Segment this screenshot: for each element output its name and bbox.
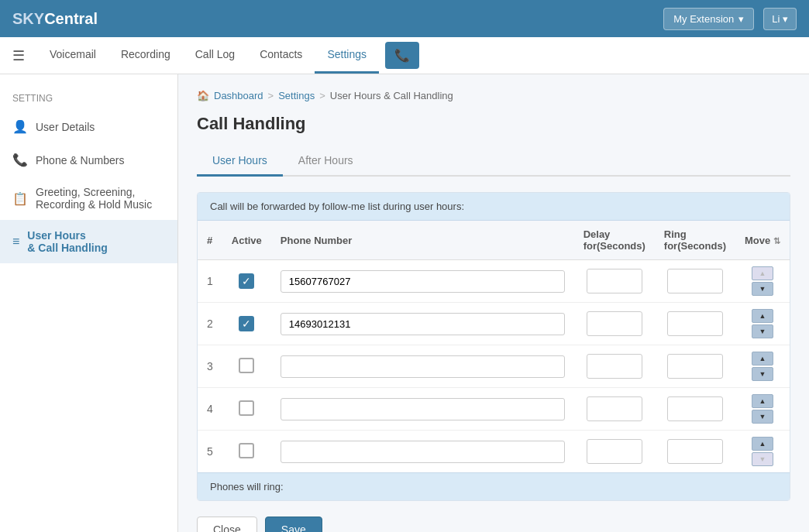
tab-calllog[interactable]: Call Log [183, 37, 247, 74]
table-row: 2✓▲▼▲▼▲▼ [198, 303, 790, 345]
move-up-5[interactable]: ▲ [752, 437, 773, 451]
row-active-2[interactable]: ✓ [222, 303, 271, 345]
user-hours-icon: ≡ [12, 235, 19, 249]
breadcrumb-sep2: > [319, 90, 325, 101]
table-row: 1✓▲▼▲▼▲▼ [198, 260, 790, 303]
row-active-5[interactable] [222, 431, 271, 473]
phone-numbers-icon: 📞 [12, 153, 28, 167]
move-down-3[interactable]: ▼ [752, 367, 773, 381]
sidebar-item-greeting[interactable]: 📋 Greeting, Screening,Recording & Hold M… [0, 177, 177, 220]
phone-input-5[interactable] [281, 441, 565, 463]
delay-value-2[interactable] [587, 314, 642, 335]
close-button[interactable]: Close [197, 517, 257, 532]
phone-input-3[interactable] [281, 355, 565, 378]
move-up-2[interactable]: ▲ [752, 309, 773, 323]
move-down-1[interactable]: ▼ [752, 282, 773, 296]
sidebar: Setting 👤 User Details 📞 Phone & Numbers… [0, 74, 178, 532]
ring-value-1[interactable] [668, 271, 723, 292]
delay-value-3[interactable] [587, 356, 642, 377]
breadcrumb-dashboard[interactable]: Dashboard [214, 90, 263, 101]
ring-value-5[interactable] [668, 441, 723, 462]
sidebar-item-user-hours-label: User Hours& Call Handling [27, 229, 107, 254]
page-tab-bar: User Hours After Hours [197, 146, 790, 177]
ring-spinner-1: ▲▼ [667, 269, 723, 294]
move-wrap-1: ▲▼ [745, 266, 780, 296]
row-active-1[interactable]: ✓ [222, 260, 271, 303]
delay-spinner-1: ▲▼ [587, 269, 642, 294]
phone-icon-tab[interactable]: 📞 [385, 42, 419, 69]
row-phone-2[interactable] [271, 303, 574, 345]
row-ring-3: ▲▼ [655, 345, 735, 388]
delay-value-4[interactable] [587, 399, 642, 420]
my-extension-button[interactable]: My Extension ▾ [663, 8, 754, 30]
logo-central: Central [44, 10, 98, 27]
delay-value-5[interactable] [587, 441, 642, 462]
move-up-3[interactable]: ▲ [752, 352, 773, 366]
row-active-3[interactable] [222, 345, 271, 388]
top-bar-left: SKYCentral [12, 10, 98, 28]
row-phone-3[interactable] [271, 345, 574, 388]
checkbox-row-5[interactable] [239, 443, 254, 458]
row-phone-1[interactable] [271, 260, 574, 303]
col-header-num: # [198, 221, 222, 260]
row-delay-1: ▲▼ [574, 260, 655, 303]
phone-input-2[interactable] [281, 313, 565, 335]
save-button[interactable]: Save [265, 517, 322, 532]
ring-value-4[interactable] [668, 399, 723, 420]
breadcrumb-sep1: > [268, 90, 274, 101]
tab-user-hours[interactable]: User Hours [197, 146, 283, 177]
breadcrumb-settings[interactable]: Settings [278, 90, 315, 101]
move-down-4[interactable]: ▼ [752, 410, 773, 424]
sidebar-item-phone-numbers-label: Phone & Numbers [36, 154, 124, 166]
row-move-4: ▲▼ [735, 388, 790, 431]
row-move-3: ▲▼ [735, 345, 790, 388]
sort-icon: ⇅ [773, 236, 780, 245]
table-row: 4▲▼▲▼▲▼ [198, 388, 790, 431]
ring-value-3[interactable] [668, 356, 723, 377]
tab-voicemail[interactable]: Voicemail [37, 37, 108, 74]
tab-recording[interactable]: Recording [108, 37, 183, 74]
row-num-5: 5 [198, 431, 222, 473]
ring-value-2[interactable] [668, 314, 723, 335]
tab-settings[interactable]: Settings [315, 37, 379, 74]
sidebar-item-greeting-label: Greeting, Screening,Recording & Hold Mus… [36, 186, 152, 211]
top-bar: SKYCentral My Extension ▾ Li ▾ [0, 0, 809, 37]
breadcrumb-home-icon: 🏠 [197, 90, 209, 101]
checkbox-row-4[interactable] [239, 400, 254, 416]
row-delay-4: ▲▼ [574, 388, 655, 431]
checkbox-row-2[interactable]: ✓ [239, 316, 254, 331]
phone-input-1[interactable] [281, 270, 565, 293]
row-phone-4[interactable] [271, 388, 574, 431]
ring-spinner-2: ▲▼ [667, 311, 723, 337]
checkbox-row-1[interactable]: ✓ [239, 273, 254, 289]
sidebar-item-phone-numbers[interactable]: 📞 Phone & Numbers [0, 143, 177, 177]
user-menu-button[interactable]: Li ▾ [763, 8, 797, 30]
row-move-5: ▲▼ [735, 431, 790, 473]
phones-will-ring-bar: Phones will ring: [198, 472, 790, 500]
row-delay-5: ▲▼ [574, 431, 655, 473]
hamburger-icon[interactable]: ☰ [12, 47, 25, 64]
phone-input-4[interactable] [281, 398, 565, 420]
col-header-active: Active [222, 221, 271, 260]
sidebar-item-user-details[interactable]: 👤 User Details [0, 110, 177, 143]
row-phone-5[interactable] [271, 431, 574, 473]
page-title: Call Handling [197, 114, 790, 134]
row-active-4[interactable] [222, 388, 271, 431]
row-ring-1: ▲▼ [655, 260, 735, 303]
checkbox-row-3[interactable] [239, 358, 254, 373]
row-move-1: ▲▼ [735, 260, 790, 303]
delay-spinner-3: ▲▼ [587, 354, 642, 379]
col-header-move: Move ⇅ [735, 221, 790, 260]
user-details-icon: 👤 [12, 119, 28, 134]
user-label: Li [772, 13, 780, 25]
tab-after-hours[interactable]: After Hours [283, 146, 369, 177]
call-handling-table: # Active Phone Number Delay for(Seconds)… [198, 221, 790, 472]
move-down-2[interactable]: ▼ [752, 324, 773, 338]
move-up-4[interactable]: ▲ [752, 394, 773, 408]
sidebar-item-user-hours[interactable]: ≡ User Hours& Call Handling [0, 220, 177, 263]
table-row: 5▲▼▲▼▲▼ [198, 431, 790, 473]
logo: SKYCentral [12, 10, 98, 28]
tab-contacts[interactable]: Contacts [247, 37, 315, 74]
delay-value-1[interactable] [587, 271, 642, 292]
ring-spinner-3: ▲▼ [667, 354, 723, 379]
